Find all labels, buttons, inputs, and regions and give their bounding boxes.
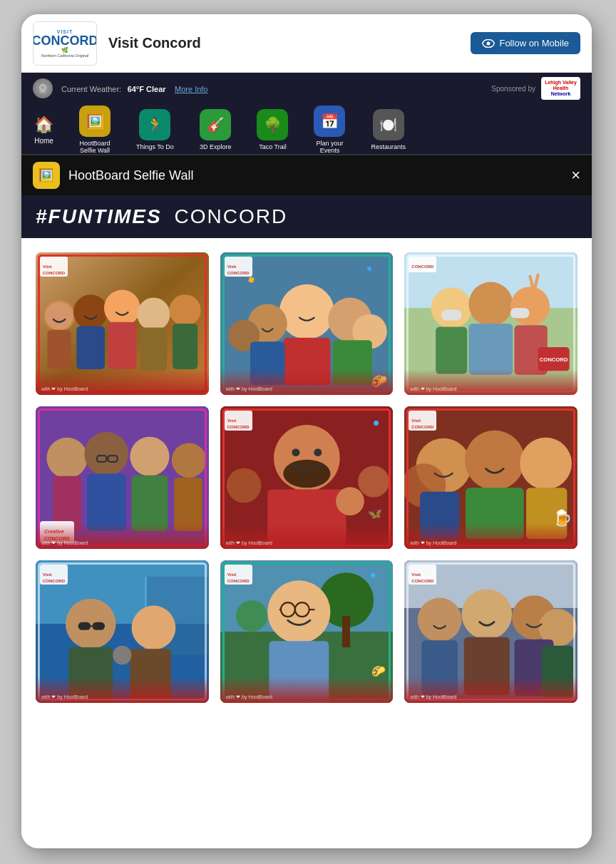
plan-events-label: Plan yourEvents (316, 140, 343, 154)
svg-point-2 (40, 85, 46, 91)
card-7-badge: Visit CONCORD (40, 565, 68, 585)
svg-point-96 (462, 589, 513, 639)
3d-explore-icon: 🎸 (207, 116, 225, 133)
photo-card-6[interactable]: 🍺 Visit CONCORD with ❤ by HootBoard (404, 406, 578, 549)
svg-rect-32 (436, 326, 467, 374)
photo-card-3[interactable]: CONCORD CONCORD with ❤ by HootBoard (404, 252, 578, 395)
hootboard-nav-label: HootBoardSelfie Wall (79, 140, 110, 154)
svg-rect-12 (76, 326, 105, 369)
taco-trail-icon-box: 🌳 (257, 109, 288, 140)
svg-point-85 (267, 580, 330, 643)
logo-subtitle: Northern California Original (33, 53, 97, 58)
svg-point-74 (132, 606, 176, 650)
follow-button[interactable]: Follow on Mobile (471, 32, 580, 54)
card-5-badge: Visit CONCORD (225, 411, 252, 431)
svg-point-10 (170, 294, 201, 326)
svg-point-27 (431, 287, 472, 328)
weather-label: Current Weather: (61, 85, 121, 93)
svg-point-17 (279, 284, 334, 339)
eye-icon (482, 39, 495, 48)
photo-card-4[interactable]: Creative CONCORD with ❤ by HootBoard (36, 406, 209, 549)
card-5-overlay: with ❤ by HootBoard (220, 523, 394, 549)
svg-point-92 (236, 600, 267, 632)
restaurants-icon: 🍽️ (379, 116, 397, 133)
3d-explore-label: 3D Explore (200, 143, 232, 150)
svg-rect-15 (173, 324, 197, 369)
card-1-badge: Visit CONCORD (40, 257, 68, 277)
card-8-overlay: with ❤ by HootBoard (220, 677, 394, 703)
svg-rect-31 (510, 308, 529, 318)
things-to-do-icon-box: 🏃 (139, 109, 170, 140)
restaurants-label: Restaurants (371, 143, 406, 150)
nav-item-things-to-do[interactable]: 🏃 Things To Do (123, 109, 187, 150)
nav-item-hootboard[interactable]: 🖼️ HootBoardSelfie Wall (66, 106, 123, 154)
close-button[interactable]: × (571, 166, 580, 185)
taco-sticker-8: 🌮 (371, 664, 386, 678)
card-2-badge: Visit CONCORD (225, 257, 252, 277)
hashtag-text: #FUNTIMES (36, 205, 162, 227)
city-text: CONCORD (174, 205, 287, 227)
plan-events-icon: 📅 (321, 113, 339, 130)
svg-rect-11 (48, 330, 71, 369)
svg-point-64 (520, 438, 572, 490)
hootboard-nav-icon-box: 🖼️ (79, 106, 111, 137)
svg-point-41 (84, 432, 128, 476)
taco-trail-label: Taco Trail (259, 143, 287, 150)
svg-rect-84 (342, 616, 350, 647)
weather-bar: Current Weather: 64°F Clear More Info Sp… (21, 73, 592, 104)
svg-point-53 (283, 460, 330, 488)
home-label: Home (34, 137, 53, 145)
photo-card-2[interactable]: Visit CONCORD 🌮 with ❤ by HootBoard (220, 252, 394, 395)
butterfly-sticker: 🦋 (368, 507, 382, 520)
sponsored-by-text: Sponsored by (491, 85, 535, 93)
photo-card-9[interactable]: Visit CONCORD with ❤ by HootBoard (404, 560, 578, 703)
nav-item-plan-events[interactable]: 📅 Plan yourEvents (301, 106, 358, 154)
nav-item-3d-explore[interactable]: 🎸 3D Explore (187, 109, 245, 150)
svg-point-9 (137, 298, 170, 331)
card-9-overlay: with ❤ by HootBoard (404, 677, 578, 703)
svg-point-95 (418, 598, 462, 642)
svg-point-28 (469, 282, 513, 326)
hootboard-nav-icon: 🖼️ (86, 113, 104, 130)
svg-rect-58 (344, 508, 355, 514)
card-6-badge: Visit CONCORD (409, 411, 436, 431)
sponsor-name: Lehigh ValleyHealthNetwork (545, 80, 577, 96)
photo-card-8[interactable]: Visit CONCORD 🌮 with ❤ by HootBoard (220, 560, 394, 703)
card-1-watermark: with ❤ by HootBoard (41, 386, 88, 392)
logo-tagline: 🌿 (33, 47, 97, 53)
nav-item-restaurants[interactable]: 🍽️ Restaurants (358, 109, 419, 150)
svg-rect-14 (140, 328, 168, 371)
svg-rect-76 (92, 622, 105, 630)
svg-rect-33 (469, 324, 513, 375)
more-info-link[interactable]: More Info (175, 85, 207, 93)
svg-point-29 (510, 287, 550, 326)
svg-point-1 (487, 41, 491, 45)
photo-card-1[interactable]: Visit CONCORD with ❤ by HootBoard (36, 252, 209, 395)
photo-grid: Visit CONCORD with ❤ by HootBoard (36, 252, 578, 703)
photo-card-7[interactable]: Visit CONCORD with ❤ by HootBoard (36, 560, 209, 703)
weather-icon (33, 78, 53, 98)
restaurants-icon-box: 🍽️ (373, 109, 404, 140)
sponsor-logo: Lehigh ValleyHealthNetwork (541, 77, 580, 100)
svg-point-43 (172, 443, 207, 478)
nav-item-taco-trail[interactable]: 🌳 Taco Trail (244, 109, 301, 150)
taco-trail-icon: 🌳 (264, 116, 282, 133)
svg-point-7 (73, 294, 108, 329)
svg-point-60 (358, 466, 389, 497)
photo-card-5[interactable]: 🦋 Visit CONCORD with ❤ by HootBoard (220, 406, 394, 549)
nav-item-home[interactable]: 🏠 Home (21, 115, 66, 145)
weather-value: 64°F Clear (128, 85, 166, 93)
card-8-badge: Visit CONCORD (225, 565, 252, 585)
svg-point-42 (130, 437, 169, 476)
svg-point-59 (226, 468, 261, 503)
hootboard-icon-glyph: 🖼️ (38, 168, 54, 183)
hootboard-bar-title: HootBoard Selfie Wall (68, 168, 193, 183)
hashtag-banner: #FUNTIMES CONCORD (21, 195, 592, 238)
svg-point-40 (46, 438, 87, 478)
svg-rect-48 (87, 473, 126, 531)
card-3-badge: CONCORD (409, 257, 436, 272)
3d-explore-icon-box: 🎸 (200, 109, 231, 140)
card-4-overlay: with ❤ by HootBoard (36, 523, 209, 549)
things-to-do-label: Things To Do (136, 143, 174, 150)
header-bar: VISIT CONCORD 🌿 Northern California Orig… (21, 14, 592, 73)
